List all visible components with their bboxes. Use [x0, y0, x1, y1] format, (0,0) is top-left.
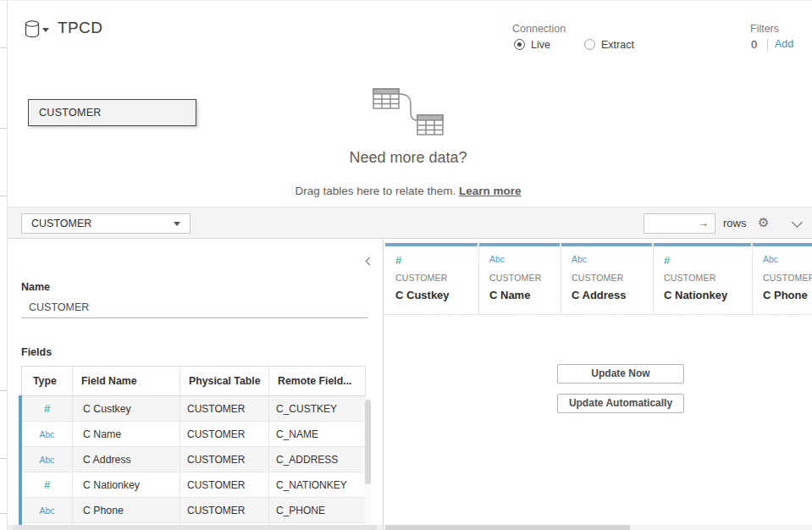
- add-filter-link[interactable]: Add: [775, 38, 793, 50]
- fields-table-header: Type Field Name Physical Table Remote Fi…: [22, 367, 365, 396]
- learn-more-link[interactable]: Learn more: [459, 185, 522, 197]
- database-icon[interactable]: [25, 20, 40, 38]
- settings-gear-icon[interactable]: ⚙: [758, 215, 769, 230]
- filters-count: 0: [751, 38, 757, 51]
- fields-table: Type Field Name Physical Table Remote Fi…: [21, 366, 366, 530]
- remote-field-cell: C_NAME: [269, 422, 365, 446]
- connection-label: Connection: [512, 23, 566, 35]
- chevron-down-icon[interactable]: [792, 217, 803, 228]
- field-name-cell: C Address: [73, 447, 180, 472]
- remote-field-cell: C_NATIONKEY: [269, 472, 365, 497]
- left-panel-horizontal-scrollbar[interactable]: [8, 525, 383, 530]
- grid-column-field: C Address: [572, 289, 653, 301]
- divider: [0, 390, 7, 391]
- grid-column-table: CUSTOMER: [572, 273, 653, 283]
- rows-input-wrap: →: [644, 213, 715, 234]
- database-menu-caret-icon[interactable]: [42, 28, 49, 32]
- scrollbar-thumb[interactable]: [385, 525, 630, 530]
- string-type-icon: Abc: [489, 254, 561, 268]
- grid-column-table: CUSTOMER: [489, 273, 561, 283]
- filters-label: Filters: [750, 23, 779, 35]
- scrollbar-thumb[interactable]: [13, 525, 377, 530]
- table-details-panel: Name CUSTOMER Fields Type Field Name Phy…: [8, 239, 384, 530]
- grid-column-field: C Custkey: [395, 289, 478, 301]
- logical-table-toolbar: CUSTOMER → rows ⚙: [8, 207, 812, 239]
- grid-column-header[interactable]: # CUSTOMER C Nationkey: [654, 243, 753, 314]
- column-accent-bar: [561, 243, 652, 246]
- column-header-field-name[interactable]: Field Name: [73, 367, 180, 395]
- grid-horizontal-scrollbar[interactable]: [384, 525, 812, 530]
- extract-radio-label[interactable]: Extract: [601, 39, 634, 51]
- grid-column-field: C Name: [489, 289, 561, 301]
- string-type-icon: Abc: [572, 254, 653, 268]
- physical-table-cell: CUSTOMER: [180, 472, 269, 497]
- column-accent-bar: [654, 243, 751, 246]
- fields-table-vertical-scrollbar[interactable]: [365, 396, 371, 525]
- table-row[interactable]: Abc C Name CUSTOMER C_NAME: [22, 422, 365, 447]
- table-name-field[interactable]: CUSTOMER: [21, 296, 368, 318]
- field-name-cell: C Custkey: [73, 396, 180, 421]
- divider: [0, 196, 7, 196]
- physical-table-cell: CUSTOMER: [180, 447, 269, 472]
- physical-table-cell: CUSTOMER: [180, 422, 269, 446]
- divider: [767, 39, 768, 51]
- name-label: Name: [21, 281, 50, 293]
- grid-column-field: C Phone: [763, 289, 812, 301]
- physical-table-cell: CUSTOMER: [180, 498, 269, 522]
- column-accent-bar: [753, 243, 812, 246]
- grid-column-table: CUSTOMER: [395, 273, 478, 283]
- field-name-cell: C Phone: [73, 498, 180, 522]
- datasource-title[interactable]: TPCD: [58, 19, 102, 37]
- grid-column-header[interactable]: Abc CUSTOMER C Address: [561, 243, 654, 314]
- update-automatically-button[interactable]: Update Automatically: [557, 394, 684, 413]
- column-header-physical-table[interactable]: Physical Table: [180, 367, 269, 395]
- empty-state-hint: Drag tables here to relate them.: [295, 185, 456, 197]
- field-name-cell: C Nationkey: [73, 472, 180, 497]
- rows-label: rows: [723, 217, 746, 229]
- column-accent-bar: [479, 243, 560, 246]
- column-header-type[interactable]: Type: [22, 367, 73, 395]
- divider: [0, 128, 7, 129]
- data-source-page: TPCD Connection Live Extract Filters 0 A…: [0, 0, 812, 530]
- remote-field-cell: C_ADDRESS: [269, 447, 365, 472]
- go-to-row-arrow-icon[interactable]: →: [698, 217, 709, 229]
- grid-column-table: CUSTOMER: [664, 273, 752, 283]
- number-type-icon: #: [664, 254, 752, 268]
- number-type-icon: #: [22, 396, 73, 421]
- grid-column-header[interactable]: # CUSTOMER C Custkey: [385, 243, 479, 314]
- grid-column-field: C Nationkey: [664, 289, 752, 301]
- canvas-table-node[interactable]: CUSTOMER: [28, 99, 196, 126]
- table-selector-dropdown[interactable]: CUSTOMER: [21, 213, 191, 234]
- divider: [0, 513, 7, 514]
- collapse-panel-chevron-left-icon[interactable]: [366, 257, 374, 266]
- data-preview-grid: # CUSTOMER C Custkey Abc CUSTOMER C Name…: [384, 239, 812, 530]
- table-row[interactable]: Abc C Address CUSTOMER C_ADDRESS: [22, 447, 365, 472]
- field-name-cell: C Name: [73, 422, 180, 446]
- number-type-icon: #: [395, 254, 478, 268]
- live-radio[interactable]: [514, 39, 525, 50]
- fields-label: Fields: [21, 346, 52, 358]
- grid-column-header[interactable]: Abc CUSTOMER C Name: [479, 243, 561, 314]
- rows-count-input[interactable]: [644, 214, 695, 233]
- physical-table-cell: CUSTOMER: [180, 396, 269, 421]
- divider: [0, 458, 7, 459]
- table-row[interactable]: # C Custkey CUSTOMER C_CUSTKEY: [22, 396, 365, 422]
- empty-state-title: Need more data?: [281, 149, 535, 167]
- table-row[interactable]: # C Nationkey CUSTOMER C_NATIONKEY: [22, 472, 365, 498]
- live-radio-label[interactable]: Live: [531, 39, 550, 51]
- string-type-icon: Abc: [22, 447, 73, 472]
- extract-radio[interactable]: [584, 39, 595, 50]
- scrollbar-thumb[interactable]: [365, 400, 371, 484]
- remote-field-cell: C_CUSTKEY: [269, 396, 365, 421]
- table-row[interactable]: Abc C Phone CUSTOMER C_PHONE: [22, 498, 365, 523]
- relate-tables-illustration-icon: [373, 83, 447, 137]
- column-header-remote-field[interactable]: Remote Field...: [269, 367, 365, 395]
- divider: [384, 314, 812, 315]
- grid-header-row: # CUSTOMER C Custkey Abc CUSTOMER C Name…: [385, 243, 812, 314]
- dropdown-caret-icon: [174, 222, 180, 226]
- left-pane-resize-strip[interactable]: [0, 1, 8, 530]
- number-type-icon: #: [22, 472, 73, 497]
- grid-column-header[interactable]: Abc CUSTOMER C Phone: [753, 243, 812, 314]
- update-now-button[interactable]: Update Now: [557, 364, 684, 384]
- radio-dot: [517, 42, 522, 47]
